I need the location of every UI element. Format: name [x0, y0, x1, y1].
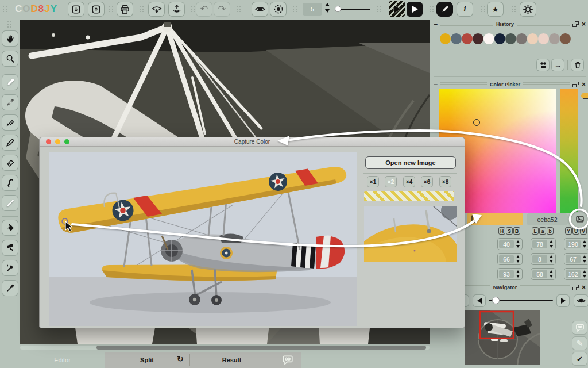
history-swatch[interactable]	[462, 33, 473, 44]
minimize-traffic-light[interactable]	[55, 139, 60, 144]
collapse-icon[interactable]: −	[434, 21, 438, 28]
key-h[interactable]: H	[498, 227, 505, 235]
zoom-x6-button[interactable]: ×6	[421, 176, 433, 187]
window-titlebar[interactable]: Capture Color	[40, 137, 465, 147]
brush-size-stepper[interactable]	[325, 3, 330, 13]
undock-icon[interactable]	[572, 21, 579, 27]
value-text[interactable]: 162	[566, 270, 581, 278]
tools-drag-handle[interactable]	[7, 21, 11, 28]
mask-visibility-button[interactable]	[270, 2, 287, 17]
value-stepper[interactable]	[581, 254, 588, 264]
pen-mode-button[interactable]	[436, 2, 453, 17]
zoom-tool[interactable]	[2, 51, 18, 67]
collapse-icon[interactable]: −	[434, 81, 438, 88]
zoom-out-button[interactable]	[473, 294, 486, 307]
hue-slider-handle[interactable]	[581, 93, 588, 99]
tab-editor[interactable]: Editor	[20, 352, 105, 368]
scrollbar-thumb[interactable]	[96, 346, 426, 350]
colorize-run-button[interactable]	[407, 2, 423, 17]
link-note-button[interactable]	[572, 321, 587, 335]
value-stepper[interactable]	[581, 239, 588, 250]
annotate-button[interactable]: ✎	[572, 336, 587, 350]
close-icon[interactable]: ×	[582, 284, 586, 291]
value-text[interactable]: 93	[499, 270, 514, 278]
fill-tool[interactable]	[2, 220, 18, 236]
settings-button[interactable]	[520, 2, 536, 17]
current-color-swatch[interactable]	[467, 213, 523, 225]
key-u[interactable]: U	[572, 227, 579, 235]
picker-cursor-ring[interactable]	[473, 119, 480, 126]
key-v[interactable]: V	[580, 227, 587, 235]
strokes-preview-button[interactable]	[389, 1, 405, 17]
slider-track[interactable]	[338, 9, 370, 10]
gradient-pen-tool[interactable]	[2, 94, 18, 110]
key-y[interactable]: Y	[565, 227, 572, 235]
value-text[interactable]: 190	[566, 240, 581, 248]
color-sampler-tool[interactable]	[2, 260, 18, 276]
brush-size-slider[interactable]	[335, 5, 370, 13]
open-new-image-button[interactable]: Open new Image	[365, 156, 456, 169]
value-y[interactable]: 190	[564, 238, 588, 250]
spin-down-icon[interactable]	[325, 9, 330, 13]
navigator-thumbnail[interactable]	[465, 310, 540, 365]
zoom-x4-button[interactable]: ×4	[403, 176, 415, 187]
history-swatch[interactable]	[560, 33, 571, 44]
value-text[interactable]: 78	[532, 240, 547, 248]
value-stepper[interactable]	[514, 254, 522, 264]
nav-zoom-slider[interactable]	[489, 297, 553, 305]
reference-photo[interactable]	[49, 152, 357, 326]
preview-toggle-button[interactable]	[252, 2, 268, 17]
tab-result[interactable]: Result	[190, 352, 273, 368]
favorites-button[interactable]: ★	[487, 2, 504, 17]
import-colors-button[interactable]	[148, 2, 165, 17]
eraser-tool[interactable]	[2, 155, 18, 171]
history-group-button[interactable]	[536, 59, 550, 71]
zoom-x2-button[interactable]: ×2	[385, 176, 397, 187]
history-swatch[interactable]	[549, 33, 560, 44]
value-s[interactable]: 66	[497, 253, 523, 265]
brush-size-field[interactable]: 5	[303, 3, 322, 16]
info-button[interactable]: i	[457, 2, 473, 17]
close-icon[interactable]: ×	[582, 81, 586, 88]
pan-tool[interactable]	[2, 30, 18, 47]
value-b2[interactable]: 93	[497, 268, 523, 280]
value-stepper[interactable]	[547, 239, 555, 250]
value-text[interactable]: 58	[532, 270, 547, 278]
swap-views-icon[interactable]: ↻	[177, 355, 184, 363]
print-button[interactable]	[117, 2, 133, 17]
value-stepper[interactable]	[514, 269, 522, 279]
save-file-button[interactable]	[88, 2, 105, 17]
zoom-x8-button[interactable]: ×8	[439, 176, 451, 187]
value-h[interactable]: 40	[497, 238, 523, 250]
value-text[interactable]: 66	[499, 255, 514, 263]
roller-tool[interactable]	[2, 240, 18, 256]
close-icon[interactable]: ×	[582, 21, 586, 28]
history-swatch[interactable]	[505, 33, 516, 44]
pattern-pen-tool[interactable]	[2, 114, 18, 131]
export-colors-button[interactable]	[168, 2, 185, 17]
zoom-traffic-light[interactable]	[64, 139, 69, 144]
hue-slider[interactable]	[560, 89, 578, 213]
open-file-button[interactable]	[68, 2, 84, 17]
undock-icon[interactable]	[572, 285, 579, 290]
key-b3[interactable]: b	[547, 227, 554, 235]
history-swatch[interactable]	[483, 33, 494, 44]
value-stepper[interactable]	[547, 269, 555, 279]
value-stepper[interactable]	[514, 239, 522, 250]
key-a[interactable]: a	[539, 227, 546, 235]
zoom-in-button[interactable]	[556, 294, 570, 307]
toolbar-drag-handle[interactable]	[3, 6, 7, 13]
outline-pen-tool[interactable]	[2, 135, 18, 151]
line-tool[interactable]	[2, 195, 18, 211]
undo-button[interactable]: ↶	[196, 2, 212, 17]
history-swatch[interactable]	[527, 33, 538, 44]
history-swatch[interactable]	[451, 33, 462, 44]
key-l[interactable]: L	[532, 227, 539, 235]
history-clear-button[interactable]	[571, 59, 584, 71]
undock-icon[interactable]	[572, 82, 579, 87]
history-swatch[interactable]	[440, 33, 451, 44]
value-text[interactable]: 67	[566, 255, 581, 263]
slider-knob[interactable]	[335, 6, 341, 12]
history-swatch[interactable]	[494, 33, 505, 44]
value-stepper[interactable]	[581, 269, 588, 279]
